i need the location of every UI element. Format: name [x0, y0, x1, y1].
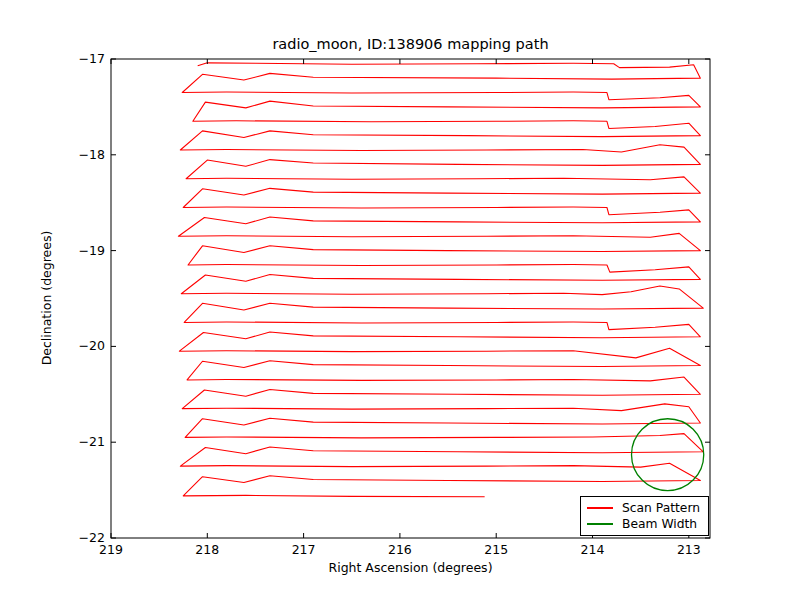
x-tick-label: 218 — [185, 542, 229, 557]
legend-label: Beam Width — [622, 517, 697, 531]
legend-item-beam-width: Beam Width — [587, 516, 702, 532]
x-tick-label: 216 — [378, 542, 422, 557]
beam-width-line-swatch — [587, 523, 613, 525]
y-tick-label: −21 — [61, 434, 105, 450]
x-axis-label: Right Ascension (degrees) — [111, 560, 710, 575]
legend: Scan Pattern Beam Width — [580, 496, 709, 536]
legend-label: Scan Pattern — [622, 501, 700, 515]
y-tick-label: −17 — [61, 51, 105, 67]
scan-pattern-line — [178, 63, 703, 497]
y-tick-label: −18 — [61, 147, 105, 163]
x-tick-label: 215 — [474, 542, 518, 557]
legend-item-scan-pattern: Scan Pattern — [587, 500, 702, 516]
y-tick-label: −19 — [61, 243, 105, 259]
chart-title: radio_moon, ID:138906 mapping path — [111, 36, 710, 52]
y-tick-label: −22 — [61, 530, 105, 546]
figure: radio_moon, ID:138906 mapping path Right… — [0, 0, 800, 600]
x-tick-label: 213 — [667, 542, 711, 557]
scan-pattern-line-swatch — [587, 507, 613, 509]
x-tick-label: 217 — [282, 542, 326, 557]
beam-width-circle — [632, 419, 704, 491]
y-axis-label: Declination (degrees) — [39, 231, 54, 366]
y-tick-label: −20 — [61, 338, 105, 354]
x-tick-label: 214 — [571, 542, 615, 557]
